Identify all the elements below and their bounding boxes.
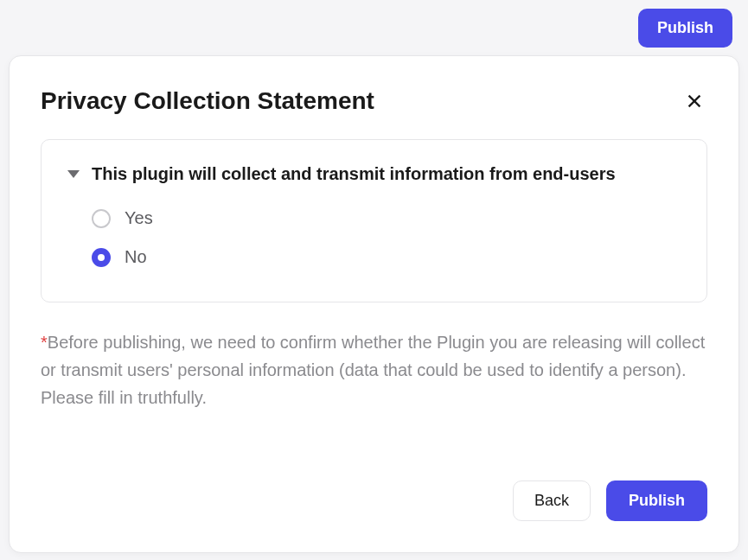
disclaimer-text: *Before publishing, we need to confirm w…: [41, 328, 707, 463]
top-bar: Publish: [0, 0, 748, 48]
card-header[interactable]: This plugin will collect and transmit in…: [67, 164, 681, 184]
publish-top-button[interactable]: Publish: [638, 9, 732, 48]
radio-label-no: No: [125, 247, 147, 267]
radio-label-yes: Yes: [125, 208, 153, 228]
modal-footer: Back Publish: [41, 480, 707, 521]
publish-modal-button[interactable]: Publish: [606, 480, 707, 521]
modal-header: Privacy Collection Statement: [41, 87, 707, 115]
close-icon: [685, 92, 704, 111]
radio-icon: [92, 209, 111, 228]
privacy-modal: Privacy Collection Statement This plugin…: [9, 55, 739, 553]
modal-title: Privacy Collection Statement: [41, 87, 374, 115]
back-button[interactable]: Back: [513, 480, 591, 521]
card-heading: This plugin will collect and transmit in…: [92, 164, 616, 184]
radio-group: Yes No: [67, 208, 681, 267]
radio-option-yes[interactable]: Yes: [92, 208, 681, 228]
collection-card: This plugin will collect and transmit in…: [41, 139, 707, 302]
required-asterisk: *: [41, 333, 48, 352]
disclaimer-body: Before publishing, we need to confirm wh…: [41, 333, 705, 407]
radio-icon-selected: [92, 248, 111, 267]
radio-option-no[interactable]: No: [92, 247, 681, 267]
close-button[interactable]: [681, 88, 707, 114]
chevron-down-icon: [67, 170, 80, 178]
